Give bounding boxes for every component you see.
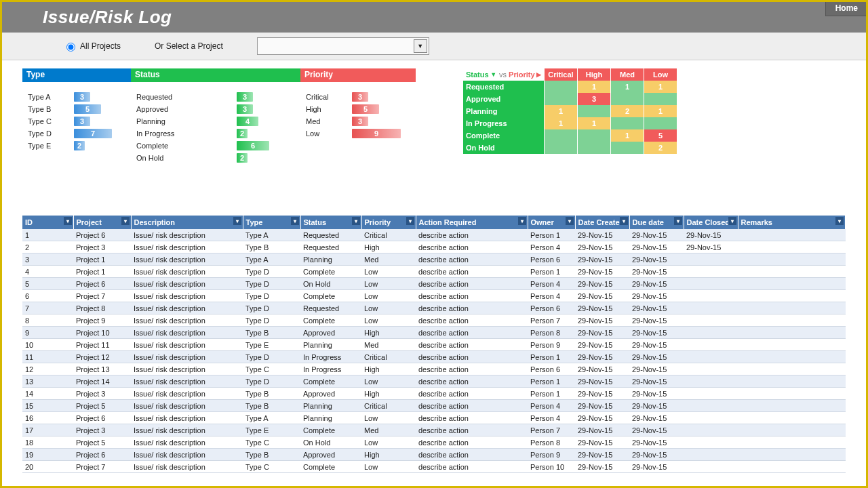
column-header[interactable]: Status▾ bbox=[300, 216, 361, 229]
filter-dropdown-icon[interactable]: ▾ bbox=[566, 217, 574, 225]
table-row[interactable]: 6Project 7Issue/ risk descriptionType DC… bbox=[22, 290, 846, 302]
table-cell: Low bbox=[361, 436, 416, 449]
page-title: Issue/Risk Log bbox=[43, 7, 172, 28]
table-cell: Person 1 bbox=[528, 351, 575, 363]
table-cell: Critical bbox=[361, 400, 416, 412]
table-row[interactable]: 8Project 9Issue/ risk descriptionType DC… bbox=[22, 314, 846, 327]
table-cell: 29-Nov-15 bbox=[575, 375, 629, 388]
bar-row: Type A3 bbox=[28, 92, 131, 102]
table-cell: Planning bbox=[300, 339, 361, 351]
filter-dropdown-icon[interactable]: ▾ bbox=[352, 217, 360, 225]
filter-dropdown-icon[interactable]: ▾ bbox=[406, 217, 414, 225]
bar-value: 2 bbox=[74, 141, 85, 150]
table-row[interactable]: 11Project 12Issue/ risk descriptionType … bbox=[22, 351, 846, 363]
table-cell: Planning bbox=[300, 412, 361, 424]
table-row[interactable]: 3Project 1Issue/ risk descriptionType AP… bbox=[22, 253, 846, 266]
table-cell: 8 bbox=[22, 314, 73, 327]
project-select[interactable]: ▼ bbox=[257, 37, 429, 55]
all-projects-radio[interactable]: All Projects bbox=[63, 41, 121, 52]
table-cell: Critical bbox=[361, 229, 416, 241]
filter-dropdown-icon[interactable]: ▾ bbox=[518, 217, 526, 225]
table-cell: describe action bbox=[416, 253, 528, 266]
filter-dropdown-icon[interactable]: ▾ bbox=[728, 217, 736, 225]
column-header[interactable]: Action Required▾ bbox=[416, 216, 528, 229]
table-cell: 14 bbox=[22, 388, 73, 400]
table-cell: 29-Nov-15 bbox=[575, 302, 629, 314]
table-row[interactable]: 10Project 11Issue/ risk descriptionType … bbox=[22, 339, 846, 351]
table-cell: Issue/ risk description bbox=[131, 278, 243, 290]
filter-dropdown-icon[interactable]: ▾ bbox=[835, 217, 844, 225]
column-header[interactable]: ID▾ bbox=[22, 216, 73, 229]
table-cell: describe action bbox=[416, 436, 528, 449]
table-cell: Planning bbox=[300, 253, 361, 266]
table-cell: On Hold bbox=[300, 436, 361, 449]
table-cell: Project 7 bbox=[73, 461, 131, 473]
bar-label: Critical bbox=[306, 93, 352, 101]
bar-row: Med3 bbox=[306, 116, 416, 127]
table-row[interactable]: 16Project 6Issue/ risk descriptionType A… bbox=[22, 412, 846, 424]
bar-track: 3 bbox=[352, 117, 416, 126]
column-header[interactable]: Date Created▾ bbox=[575, 216, 629, 229]
table-row[interactable]: 13Project 14Issue/ risk descriptionType … bbox=[22, 375, 846, 388]
home-button[interactable]: Home bbox=[825, 0, 868, 16]
table-cell: 29-Nov-15 bbox=[575, 290, 629, 302]
filter-dropdown-icon[interactable]: ▾ bbox=[121, 217, 130, 225]
table-row[interactable]: 17Project 3Issue/ risk descriptionType E… bbox=[22, 424, 846, 436]
table-cell: describe action bbox=[416, 314, 528, 327]
filter-dropdown-icon[interactable]: ▾ bbox=[233, 217, 241, 225]
table-cell bbox=[684, 339, 738, 351]
table-row[interactable]: 7Project 8Issue/ risk descriptionType DR… bbox=[22, 302, 846, 314]
column-header[interactable]: Description▾ bbox=[131, 216, 243, 229]
chevron-down-icon[interactable]: ▼ bbox=[414, 39, 427, 53]
column-header[interactable]: Owner▾ bbox=[528, 216, 575, 229]
column-header[interactable]: Remarks▾ bbox=[738, 216, 846, 229]
column-header[interactable]: Due date▾ bbox=[629, 216, 684, 229]
bar-row: Planning4 bbox=[136, 116, 300, 127]
table-row[interactable]: 4Project 1Issue/ risk descriptionType DC… bbox=[22, 266, 846, 278]
table-cell: Complete bbox=[300, 424, 361, 436]
bar-row: Type E2 bbox=[28, 140, 131, 151]
table-row[interactable]: 12Project 13Issue/ risk descriptionType … bbox=[22, 363, 846, 375]
filter-dropdown-icon[interactable]: ▾ bbox=[291, 217, 299, 225]
table-row[interactable]: 1Project 6Issue/ risk descriptionType AR… bbox=[22, 229, 846, 241]
table-row[interactable]: 14Project 3Issue/ risk descriptionType B… bbox=[22, 388, 846, 400]
table-row[interactable]: 5Project 6Issue/ risk descriptionType DO… bbox=[22, 278, 846, 290]
filter-dropdown-icon[interactable]: ▾ bbox=[64, 217, 72, 225]
table-row[interactable]: 18Project 5Issue/ risk descriptionType C… bbox=[22, 436, 846, 449]
table-cell: 29-Nov-15 bbox=[629, 449, 684, 461]
table-cell: High bbox=[361, 363, 416, 375]
column-header-label: Status bbox=[304, 218, 327, 226]
bar-label: Type B bbox=[28, 105, 74, 113]
column-header-label: ID bbox=[25, 218, 33, 226]
column-header[interactable]: Project▾ bbox=[73, 216, 131, 229]
table-cell: Person 4 bbox=[528, 412, 575, 424]
table-cell: Issue/ risk description bbox=[131, 461, 243, 473]
table-cell: describe action bbox=[416, 412, 528, 424]
table-cell bbox=[684, 400, 738, 412]
filter-dropdown-icon[interactable]: ▾ bbox=[674, 217, 682, 225]
all-projects-radio-input[interactable] bbox=[66, 43, 75, 52]
table-cell: Project 5 bbox=[73, 400, 131, 412]
table-cell: 29-Nov-15 bbox=[629, 314, 684, 327]
filter-dropdown-icon[interactable]: ▾ bbox=[620, 217, 628, 225]
table-row[interactable]: 15Project 5Issue/ risk descriptionType B… bbox=[22, 400, 846, 412]
table-row[interactable]: 20Project 7Issue/ risk descriptionType C… bbox=[22, 461, 846, 473]
bar-value: 6 bbox=[237, 141, 269, 150]
table-cell: 7 bbox=[22, 302, 73, 314]
table-row[interactable]: 9Project 10Issue/ risk descriptionType B… bbox=[22, 327, 846, 339]
table-cell bbox=[684, 388, 738, 400]
table-cell: Person 7 bbox=[528, 424, 575, 436]
matrix-cell bbox=[578, 129, 610, 142]
table-cell: Issue/ risk description bbox=[131, 229, 243, 241]
table-row[interactable]: 2Project 3Issue/ risk descriptionType BR… bbox=[22, 241, 846, 253]
table-cell: Issue/ risk description bbox=[131, 388, 243, 400]
table-cell: 29-Nov-15 bbox=[629, 461, 684, 473]
table-cell: Person 6 bbox=[528, 302, 575, 314]
column-header[interactable]: Priority▾ bbox=[361, 216, 416, 229]
column-header[interactable]: Type▾ bbox=[243, 216, 300, 229]
table-row[interactable]: 19Project 6Issue/ risk descriptionType B… bbox=[22, 449, 846, 461]
table-cell: Project 3 bbox=[73, 424, 131, 436]
table-cell: Person 7 bbox=[528, 314, 575, 327]
column-header-label: Action Required bbox=[419, 218, 477, 226]
column-header[interactable]: Date Closed▾ bbox=[684, 216, 738, 229]
